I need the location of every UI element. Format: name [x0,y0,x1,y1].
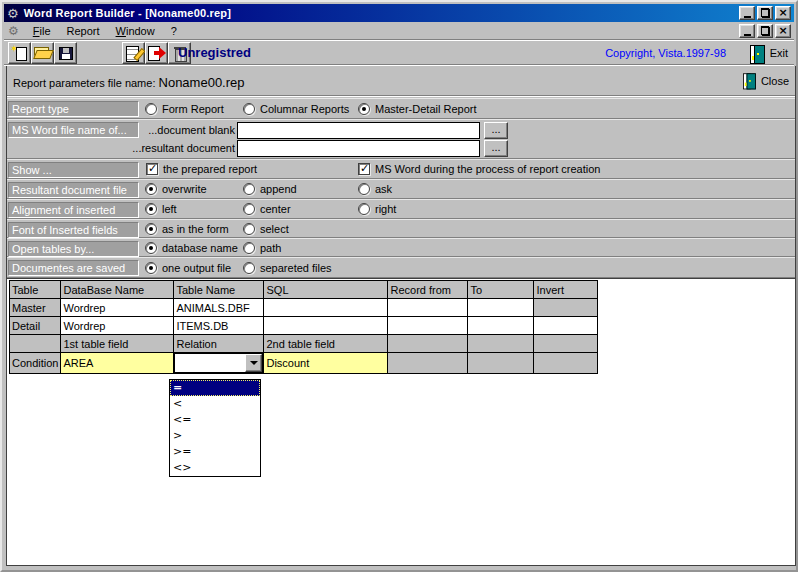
tables-grid-area: Table DataBase Name Table Name SQL Recor… [7,278,795,565]
radio-label: append [260,183,297,195]
resultant-file-label: Resultant document file [8,182,139,198]
mdi-restore-button[interactable] [757,24,773,38]
report-builder-panel: Report parameters file name: Noname00.re… [6,66,796,566]
relation-combobox[interactable] [174,353,263,373]
radio-database-name[interactable]: database name [145,239,238,256]
radio-icon-selected [145,223,157,235]
browse-resultant-button[interactable]: ... [484,140,508,157]
dropdown-item-greater-than[interactable]: > [170,428,260,444]
new-report-button[interactable] [8,42,31,64]
radio-form-report[interactable]: Form Report [145,99,224,118]
radio-icon [358,203,370,215]
dropdown-item-equals[interactable]: = [170,380,260,396]
open-tables-label: Open tables by... [8,241,139,257]
radio-ask[interactable]: ask [358,180,392,198]
checkbox-label: MS Word during the process of report cre… [375,163,600,175]
open-report-button[interactable] [31,42,54,64]
restore-icon [761,9,770,17]
menu-help[interactable]: ? [165,23,183,39]
dropdown-item-not-equal[interactable]: <> [170,460,260,476]
radio-label: center [260,203,291,215]
radio-label: as in the form [162,223,229,235]
checkbox-ms-word-during[interactable]: MS Word during the process of report cre… [358,160,600,178]
restore-button[interactable] [757,6,773,20]
record-from-cell[interactable] [388,299,468,317]
params-file-label: Report parameters file name: [13,77,155,89]
to-cell[interactable] [468,317,534,335]
radio-icon [243,103,255,115]
checkbox-prepared-report[interactable]: the prepared report [146,160,257,178]
radio-icon-selected [145,203,157,215]
header-invert: Invert [534,281,598,299]
close-window-button[interactable]: × [775,6,791,20]
database-cell[interactable]: Wordrep [61,299,174,317]
condition-field1-cell[interactable]: AREA [61,353,174,374]
combo-dropdown-button[interactable] [245,354,262,372]
menu-file[interactable]: File [27,23,57,39]
minimize-button[interactable] [739,6,755,20]
condition-name-cell: Condition [10,353,61,374]
radio-master-detail-report[interactable]: Master-Detail Report [358,99,476,118]
floppy-disk-icon [59,47,73,60]
radio-path[interactable]: path [243,239,281,256]
invert-cell[interactable] [534,317,598,335]
radio-icon [243,203,255,215]
create-report-button[interactable] [145,42,168,64]
invert-cell[interactable] [534,299,598,317]
menu-bar: ⚙ File Report Window ? × [4,22,794,40]
radio-font-select[interactable]: select [243,220,289,237]
header-table-name: Table Name [174,281,264,299]
sql-cell[interactable] [264,317,388,335]
subheader-2nd-table-field: 2nd table field [264,335,388,353]
dropdown-item-less-than[interactable]: < [170,396,260,412]
radio-font-as-in-form[interactable]: as in the form [145,220,229,237]
menu-window[interactable]: Window [110,23,161,39]
sql-cell[interactable] [264,299,388,317]
chevron-down-icon [250,361,258,365]
table-name-cell[interactable]: ITEMS.DB [174,317,264,335]
save-report-button[interactable] [54,42,77,64]
minimize-icon [744,34,751,36]
minimize-icon [744,16,751,18]
record-from-cell[interactable] [388,317,468,335]
radio-align-right[interactable]: right [358,200,396,218]
mdi-close-button[interactable]: × [775,24,791,38]
row-ms-word-file: MS Word file name of... ...document blan… [7,119,795,159]
params-file-row: Report parameters file name: Noname00.re… [7,68,795,96]
mdi-minimize-button[interactable] [739,24,755,38]
grid-row-detail: Detail Wordrep ITEMS.DB [10,317,598,335]
radio-one-output-file[interactable]: one output file [145,258,231,277]
condition-field2-cell[interactable]: Discount [264,353,388,374]
alignment-label: Alignment of inserted fields [8,202,139,218]
row-show: Show ... the prepared report MS Word dur… [7,159,795,179]
table-name-cell[interactable]: ANIMALS.DBF [174,299,264,317]
edit-template-button[interactable] [122,42,145,64]
database-cell[interactable]: Wordrep [61,317,174,335]
radio-align-left[interactable]: left [145,200,177,218]
resultant-document-input[interactable] [237,140,480,157]
app-window: ⚙ Word Report Builder - [Noname00.rep] ×… [0,0,798,572]
grid-header-row: Table DataBase Name Table Name SQL Recor… [10,281,598,299]
radio-overwrite[interactable]: overwrite [145,180,207,198]
to-cell[interactable] [468,299,534,317]
radio-columnar-reports[interactable]: Columnar Reports [243,99,349,118]
radio-icon [358,183,370,195]
radio-label: database name [162,242,238,254]
dropdown-item-less-equal[interactable]: <= [170,412,260,428]
radio-icon [243,262,255,274]
row-name-cell: Detail [10,317,61,335]
close-panel-button[interactable]: Close [742,72,789,89]
new-document-icon [12,46,27,61]
radio-append[interactable]: append [243,180,297,198]
menu-report[interactable]: Report [61,23,106,39]
document-blank-input[interactable] [237,122,480,139]
grid-row-master: Master Wordrep ANIMALS.DBF [10,299,598,317]
row-name-cell: Master [10,299,61,317]
radio-align-center[interactable]: center [243,200,291,218]
browse-blank-button[interactable]: ... [484,122,508,139]
radio-separated-files[interactable]: separeted files [243,258,332,277]
dropdown-item-greater-equal[interactable]: >= [170,444,260,460]
radio-label: Columnar Reports [260,103,349,115]
checkbox-icon-checked [146,163,158,175]
exit-button[interactable]: Exit [750,43,788,63]
